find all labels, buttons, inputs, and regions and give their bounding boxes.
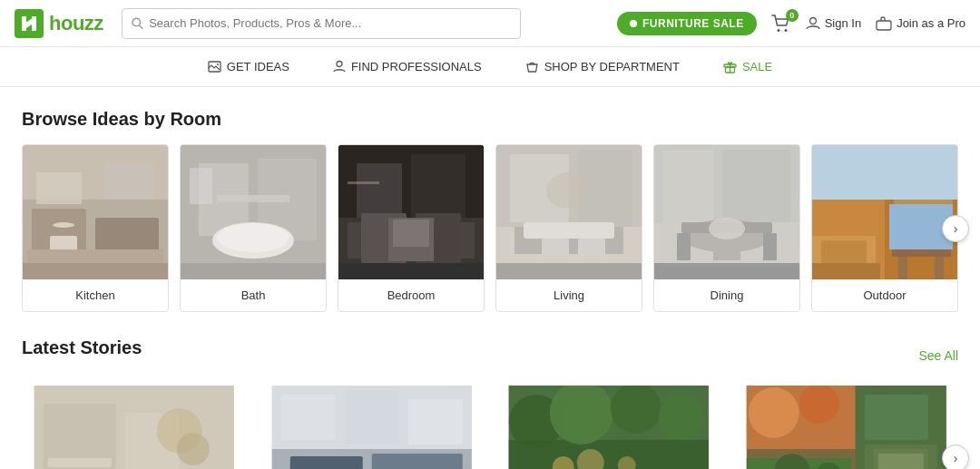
room-card-dining[interactable]: Dining bbox=[653, 144, 800, 312]
svg-rect-88 bbox=[344, 390, 398, 445]
svg-rect-6 bbox=[877, 21, 891, 30]
dining-image bbox=[654, 145, 799, 279]
stories-title: Latest Stories bbox=[22, 337, 142, 358]
story-card-3[interactable]: Popular Where to Invest Your Budget in a… bbox=[496, 386, 721, 469]
story-card-1[interactable]: Popular 5 Sustainable Flooring Materials… bbox=[22, 386, 247, 469]
svg-rect-18 bbox=[104, 163, 154, 200]
svg-rect-17 bbox=[36, 172, 82, 204]
header: houzz FURNITURE SALE 0 Sign In bbox=[0, 0, 980, 47]
logo[interactable]: houzz bbox=[15, 9, 103, 38]
stories-grid: Popular 5 Sustainable Flooring Materials… bbox=[22, 386, 958, 469]
browse-by-room-section: Browse Ideas by Room Kitchen bbox=[22, 109, 958, 312]
svg-rect-56 bbox=[722, 150, 790, 222]
svg-rect-16 bbox=[95, 218, 159, 254]
svg-rect-73 bbox=[898, 257, 907, 279]
sign-in-button[interactable]: Sign In bbox=[806, 16, 861, 31]
svg-rect-59 bbox=[677, 233, 691, 260]
svg-rect-65 bbox=[812, 145, 957, 200]
room-grid: Kitchen Bath bbox=[22, 144, 958, 312]
svg-point-3 bbox=[777, 29, 779, 32]
svg-point-4 bbox=[784, 29, 787, 32]
svg-point-62 bbox=[709, 218, 745, 239]
nav-sale[interactable]: SALE bbox=[723, 60, 772, 73]
svg-point-20 bbox=[53, 222, 74, 228]
svg-point-52 bbox=[546, 172, 592, 209]
kitchen-image bbox=[23, 145, 168, 279]
main-content: Browse Ideas by Room Kitchen bbox=[0, 87, 980, 469]
svg-rect-83 bbox=[48, 458, 112, 467]
svg-rect-117 bbox=[877, 454, 923, 469]
svg-rect-30 bbox=[181, 263, 326, 279]
svg-point-81 bbox=[177, 433, 210, 465]
logo-text: houzz bbox=[49, 12, 103, 35]
browse-title: Browse Ideas by Room bbox=[22, 109, 958, 130]
svg-rect-35 bbox=[411, 154, 466, 218]
room-card-bedroom[interactable]: Bedroom bbox=[338, 144, 485, 312]
stories-header: Latest Stories See All bbox=[22, 337, 958, 373]
room-card-kitchen[interactable]: Kitchen bbox=[22, 144, 169, 312]
svg-rect-29 bbox=[217, 195, 289, 202]
rooms-next-button[interactable]: › bbox=[942, 215, 969, 242]
svg-line-2 bbox=[139, 24, 142, 28]
briefcase-icon bbox=[876, 16, 892, 31]
svg-rect-72 bbox=[894, 200, 953, 204]
sale-dot bbox=[630, 20, 637, 27]
svg-rect-31 bbox=[190, 168, 212, 204]
join-pro-button[interactable]: Join as a Pro bbox=[876, 16, 965, 31]
svg-rect-90 bbox=[289, 456, 362, 469]
svg-rect-60 bbox=[763, 233, 777, 260]
user-icon bbox=[806, 16, 820, 31]
svg-rect-111 bbox=[864, 395, 927, 440]
nav-shop-by-department[interactable]: SHOP BY DEPARTMENT bbox=[525, 60, 680, 73]
svg-rect-71 bbox=[892, 249, 951, 257]
main-nav: GET IDEAS FIND PROFESSIONALS SHOP BY DEP… bbox=[0, 47, 980, 87]
living-label: Living bbox=[496, 279, 642, 311]
bath-image bbox=[181, 145, 326, 279]
svg-point-8 bbox=[217, 64, 219, 65]
svg-rect-42 bbox=[348, 181, 379, 184]
svg-rect-63 bbox=[654, 263, 799, 279]
svg-rect-87 bbox=[280, 395, 335, 440]
svg-rect-91 bbox=[371, 454, 462, 469]
svg-point-28 bbox=[217, 223, 289, 252]
shopping-bag-icon bbox=[525, 60, 539, 73]
svg-point-109 bbox=[748, 387, 799, 438]
cart-button[interactable]: 0 bbox=[771, 15, 791, 33]
svg-rect-49 bbox=[542, 239, 569, 257]
bath-label: Bath bbox=[181, 279, 326, 311]
kitchen-label: Kitchen bbox=[23, 279, 168, 311]
room-card-living[interactable]: Living bbox=[495, 144, 642, 312]
gift-icon bbox=[723, 60, 737, 73]
room-card-outdoor[interactable]: Outdoor bbox=[811, 144, 958, 312]
see-all-link[interactable]: See All bbox=[918, 348, 958, 363]
search-input[interactable] bbox=[149, 16, 511, 30]
dining-label: Dining bbox=[654, 279, 799, 311]
outdoor-label: Outdoor bbox=[812, 279, 957, 311]
nav-get-ideas[interactable]: GET IDEAS bbox=[208, 60, 289, 73]
cart-badge: 0 bbox=[786, 9, 799, 22]
bedroom-image bbox=[338, 145, 484, 279]
story-card-4[interactable]: Popular See 9 Inspired Backyard Art Stud… bbox=[734, 386, 959, 469]
svg-rect-48 bbox=[524, 222, 614, 239]
svg-point-100 bbox=[659, 395, 704, 440]
stories-next-button[interactable]: › bbox=[942, 445, 969, 469]
header-right: FURNITURE SALE 0 Sign In Join as a Pro bbox=[617, 12, 965, 35]
svg-rect-55 bbox=[663, 150, 713, 222]
nav-find-professionals[interactable]: FIND PROFESSIONALS bbox=[333, 60, 482, 73]
svg-rect-74 bbox=[935, 257, 944, 279]
svg-rect-89 bbox=[407, 399, 462, 445]
svg-point-110 bbox=[799, 386, 838, 424]
furniture-sale-button[interactable]: FURNITURE SALE bbox=[617, 12, 757, 35]
story-card-2[interactable]: Popular Your Guide to 10 Popular Kitchen… bbox=[260, 386, 485, 469]
svg-point-5 bbox=[809, 17, 816, 24]
latest-stories-section: Latest Stories See All Popular 5 Sustain… bbox=[22, 337, 958, 469]
story-image-1 bbox=[22, 386, 247, 469]
svg-rect-34 bbox=[357, 163, 402, 218]
search-bar[interactable] bbox=[122, 8, 521, 39]
svg-rect-51 bbox=[496, 263, 642, 279]
svg-rect-21 bbox=[23, 263, 168, 279]
person-icon bbox=[333, 60, 346, 73]
svg-point-1 bbox=[132, 18, 141, 26]
room-card-bath[interactable]: Bath bbox=[180, 144, 327, 312]
svg-rect-41 bbox=[338, 263, 484, 279]
